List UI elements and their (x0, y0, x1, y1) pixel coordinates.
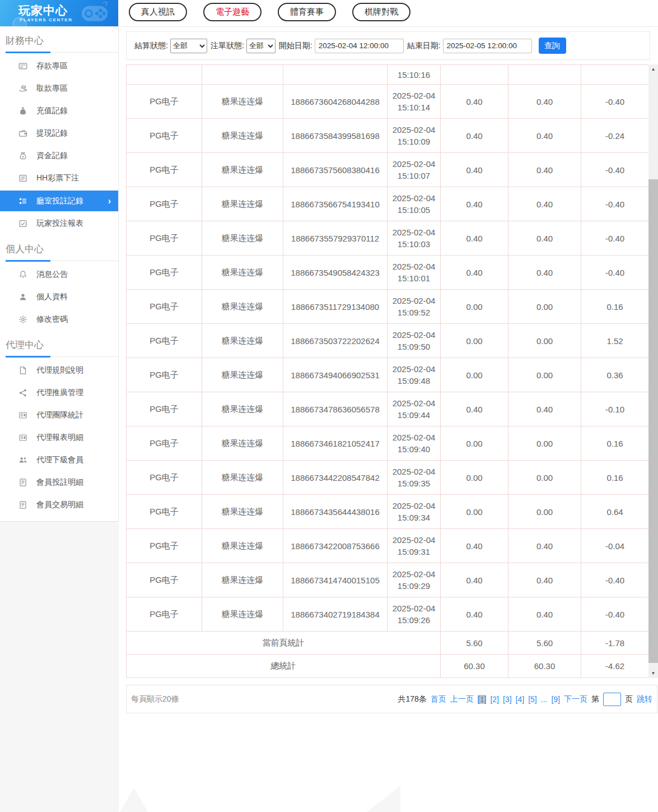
prev-page-link[interactable]: 上一页 (450, 694, 474, 704)
order-number-cell: 1886673461821052417 (283, 426, 388, 461)
order-number-cell: 1886673422008753666 (283, 529, 388, 563)
table-row: PG电子糖果连连爆18866736042680442882025-02-0415… (127, 85, 649, 119)
page-link[interactable]: [3] (503, 695, 512, 704)
section-heading: 個人中心 (6, 239, 118, 261)
sidebar-item[interactable]: 修改密碼 (0, 308, 118, 331)
page-link[interactable]: [2] (490, 695, 499, 704)
jump-page-input[interactable] (603, 693, 621, 706)
next-page-link[interactable]: 下一页 (564, 694, 587, 704)
sidebar-item[interactable]: 消息公告 (0, 263, 118, 286)
bet-amount-cell: 0.00 (441, 426, 508, 461)
sidebar-item[interactable]: 代理規則說明 (0, 359, 118, 382)
sidebar-item[interactable]: 存款專區 (0, 55, 118, 77)
sidebar-item-label: 存款專區 (36, 61, 68, 71)
bet-time-cell: 2025-02-0415:09:50 (388, 324, 441, 358)
game-name-cell: 糖果连连爆 (202, 597, 283, 632)
tab[interactable]: 棋牌對戰 (352, 3, 410, 21)
page-link-current[interactable]: [1] (478, 695, 487, 704)
bet-amount-cell: 0.40 (441, 597, 508, 632)
provider-cell: PG电子 (127, 392, 202, 426)
profit-cell: -0.10 (581, 392, 649, 426)
start-date-input[interactable] (315, 39, 404, 53)
order-status-select[interactable]: 全部 (246, 39, 276, 53)
page-link[interactable]: [5] (528, 695, 537, 704)
sidebar-item[interactable]: 充值記錄 (0, 100, 118, 122)
table-row: PG电子糖果连连爆18866734618210524172025-02-0415… (127, 426, 649, 461)
sidebar-item[interactable]: 會員交易明細 (0, 494, 118, 516)
tab[interactable]: 電子遊藝 (203, 3, 262, 21)
page-link[interactable]: [9] (551, 695, 560, 704)
sidebar-item[interactable]: 代理推廣管理 (0, 382, 118, 404)
sidebar: 玩家中心 PLAYERS CENTER 財務中心存款專區取款專區充值記錄提現記錄… (0, 0, 119, 522)
game-name-cell: 糖果连连爆 (202, 563, 283, 597)
game-name-cell: 糖果连连爆 (202, 529, 283, 563)
order-number-cell: 1886673511729134080 (283, 290, 388, 324)
game-name-cell: 糖果连连爆 (202, 85, 283, 119)
game-name-cell: 糖果连连爆 (202, 256, 283, 290)
section-heading: 代理中心 (6, 335, 118, 357)
sidebar-item[interactable]: HH彩票下注 (0, 167, 118, 189)
sidebar-item[interactable]: 取款專區 (0, 77, 118, 100)
sidebar-item[interactable]: 代理團隊統計 (0, 404, 118, 426)
table-row: PG电子糖果连连爆18866735579293701122025-02-0415… (127, 221, 649, 256)
summary-profit-cell: -4.62 (581, 655, 649, 678)
sidebar-item[interactable]: 廳室投註記錄› (0, 191, 118, 211)
game-category-tabs: 真人視訊電子遊藝體育賽事棋牌對戰 (129, 3, 410, 21)
sidebar-item[interactable]: 個人資料 (0, 286, 118, 308)
tab[interactable]: 體育賽事 (278, 3, 336, 21)
tab[interactable]: 真人視訊 (129, 3, 187, 21)
settle-status-select[interactable]: 全部 (170, 39, 207, 53)
bet-time-cell: 2025-02-0415:09:34 (388, 495, 441, 529)
first-page-link[interactable]: 首页 (431, 694, 446, 704)
sidebar-item[interactable]: 資金記錄 (0, 145, 118, 167)
game-name-cell: 糖果连连爆 (202, 495, 283, 529)
sidebar-item-label: 取款專區 (36, 83, 68, 94)
bet-amount-cell: 0.00 (441, 461, 508, 495)
total-summary-row: 總統計60.3060.30-4.62 (127, 655, 649, 678)
valid-bet-cell: 0.00 (508, 495, 581, 529)
scrollbar-thumb[interactable] (648, 179, 658, 663)
sidebar-item[interactable]: 代理報表明細 (0, 426, 118, 449)
order-status-label: 注單狀態: (211, 41, 244, 51)
table-cell (202, 65, 283, 85)
scroll-down-icon[interactable]: ▼ (648, 669, 658, 678)
news-icon (18, 433, 27, 442)
sidebar-item[interactable]: 提現記錄 (0, 122, 118, 145)
sidebar-item-label: 玩家投注報表 (36, 219, 83, 229)
scroll-up-icon[interactable]: ▲ (648, 64, 658, 74)
profit-cell: 0.64 (581, 495, 649, 529)
game-name-cell: 糖果连连爆 (202, 221, 283, 256)
bet-time-cell: 2025-02-0415:09:29 (388, 563, 441, 597)
provider-cell: PG电子 (127, 495, 202, 529)
valid-bet-cell: 0.40 (508, 563, 581, 597)
order-number-cell: 1886673549058424323 (283, 256, 388, 290)
valid-bet-cell: 0.00 (508, 426, 581, 461)
main-content: 真人視訊電子遊藝體育賽事棋牌對戰 結算狀態: 全部 注單狀態: 全部 開始日期:… (119, 0, 658, 812)
bet-amount-cell: 0.40 (441, 221, 508, 256)
bet-time-cell: 2025-02-0415:10:01 (388, 256, 441, 290)
table-scrollbar[interactable]: ▲ ▼ (648, 64, 658, 678)
bet-time-cell: 2025-02-0415:10:14 (388, 85, 441, 119)
jump-go-link[interactable]: 跳转 (637, 694, 652, 704)
search-button[interactable]: 查詢 (539, 38, 566, 54)
report-icon (18, 219, 27, 228)
sidebar-item[interactable]: 玩家投注報表 (0, 212, 118, 235)
sidebar-item-label: 充值記錄 (36, 106, 68, 116)
sidebar-item[interactable]: 代理下級會員 (0, 449, 118, 471)
page-link[interactable]: ... (541, 695, 548, 704)
sidebar-item-label: 代理下級會員 (36, 455, 83, 465)
table-row: PG电子糖果连连爆18866735490584243232025-02-0415… (127, 256, 649, 290)
valid-bet-cell: 0.40 (508, 392, 581, 426)
bet-amount-cell: 0.40 (441, 187, 508, 221)
bet-amount-cell: 0.40 (441, 529, 508, 563)
profit-cell: 0.36 (581, 358, 649, 392)
valid-bet-cell: 0.40 (508, 187, 581, 221)
table-row: PG电子糖果连连爆18866735843995816982025-02-0415… (127, 119, 649, 153)
order-number-cell: 1886673494066902531 (283, 358, 388, 392)
order-number-cell: 1886673478636056578 (283, 392, 388, 426)
sidebar-item[interactable]: 會員投註明細 (0, 471, 118, 494)
sidebar-item-label: 代理推廣管理 (36, 388, 83, 398)
end-date-input[interactable] (443, 39, 532, 53)
page-link[interactable]: [4] (516, 695, 525, 704)
profit-cell: -0.40 (581, 85, 649, 119)
